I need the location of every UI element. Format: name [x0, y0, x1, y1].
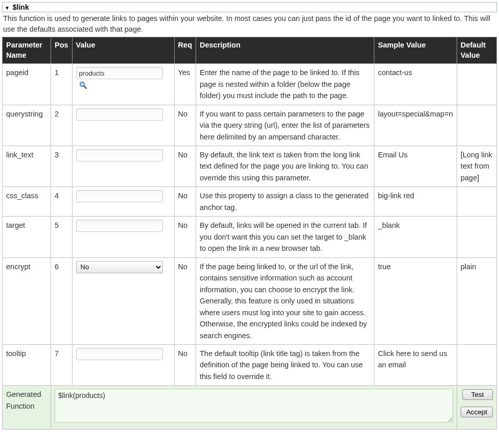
param-req: No [174, 257, 196, 344]
param-default [457, 105, 496, 146]
param-sample: big-link red [374, 187, 457, 217]
param-description: If you want to pass certain parameters t… [196, 105, 374, 146]
param-req: No [174, 345, 196, 386]
param-description: Use this property to assign a class to t… [196, 187, 374, 217]
param-value-input[interactable] [76, 348, 163, 360]
param-pos: 1 [51, 64, 73, 105]
col-value: Value [72, 37, 174, 64]
param-sample: _blank [374, 217, 457, 257]
collapse-triangle-icon[interactable]: ▼ [5, 5, 10, 11]
param-name: tooltip [3, 345, 51, 386]
param-description: By default, the link text is taken from … [196, 146, 374, 186]
param-description: By default, links will be opened in the … [196, 217, 374, 257]
table-row: tooltip7NoThe default tooltip (link titl… [3, 345, 497, 386]
param-req: No [174, 217, 196, 257]
table-row: querystring2NoIf you want to pass certai… [3, 105, 497, 146]
param-value-cell [72, 345, 174, 386]
accept-button[interactable]: Accept [461, 407, 493, 417]
param-req: No [174, 187, 196, 217]
param-value-input[interactable] [76, 149, 163, 161]
param-description: The default tooltip (link title tag) is … [196, 345, 374, 386]
svg-line-1 [84, 86, 86, 88]
param-pos: 5 [51, 217, 73, 257]
param-default [457, 187, 496, 217]
param-description: If the page being linked to, or the url … [196, 257, 374, 344]
col-req: Req [174, 37, 196, 64]
magnifier-icon[interactable] [79, 81, 87, 89]
param-default [457, 345, 496, 386]
param-default [457, 217, 496, 257]
col-description: Description [196, 37, 374, 64]
param-default: [Long link text from page] [457, 146, 496, 186]
param-name: target [3, 217, 51, 257]
parameters-table: Parameter Name Pos Value Req Description… [2, 37, 497, 430]
param-name: css_class [3, 187, 51, 217]
param-sample: true [374, 257, 457, 344]
param-sample: Click here to send us an email [374, 345, 457, 386]
col-parameter-name: Parameter Name [3, 37, 51, 64]
col-pos: Pos [51, 37, 73, 64]
param-value-cell: No [72, 257, 174, 344]
param-req: No [174, 105, 196, 146]
param-sample: layout=special&map=n [374, 105, 457, 146]
generated-function-label: Generated Function [3, 386, 51, 429]
param-value-select[interactable]: No [76, 261, 163, 273]
param-value-input[interactable] [76, 67, 163, 79]
panel-title: $link [13, 3, 29, 11]
table-row: pageid1YesEnter the name of the page to … [3, 64, 497, 105]
param-value-input[interactable] [76, 220, 163, 232]
param-pos: 6 [51, 257, 73, 344]
param-value-cell [72, 105, 174, 146]
param-default [457, 64, 496, 105]
param-value-input[interactable] [76, 190, 163, 202]
table-row: link_text3NoBy default, the link text is… [3, 146, 497, 186]
param-name: encrypt [3, 257, 51, 344]
param-value-cell [72, 187, 174, 217]
param-req: No [174, 146, 196, 186]
param-value-cell [72, 146, 174, 186]
table-row: target5NoBy default, links will be opene… [3, 217, 497, 257]
param-pos: 7 [51, 345, 73, 386]
table-row: css_class4NoUse this property to assign … [3, 187, 497, 217]
param-sample: contact-us [374, 64, 457, 105]
param-value-cell [72, 64, 174, 105]
param-description: Enter the name of the page to be linked … [196, 64, 374, 105]
param-value-cell [72, 217, 174, 257]
col-sample-value: Sample Value [374, 37, 457, 64]
param-value-input[interactable] [76, 108, 163, 121]
intro-text: This function is used to generate links … [2, 13, 497, 37]
param-sample: Email Us [374, 146, 457, 186]
table-row: encrypt6NoNoIf the page being linked to,… [3, 257, 497, 344]
generated-function-output[interactable] [55, 389, 453, 422]
param-pos: 2 [51, 105, 73, 146]
param-default: plain [457, 257, 496, 344]
param-pos: 4 [51, 187, 73, 217]
param-req: Yes [174, 64, 196, 105]
test-button[interactable]: Test [462, 389, 493, 400]
param-name: link_text [3, 146, 51, 186]
param-pos: 3 [51, 146, 73, 186]
col-default-value: Default Value [457, 37, 496, 64]
param-name: querystring [3, 105, 51, 146]
param-name: pageid [3, 64, 51, 105]
panel-title-bar[interactable]: ▼ $link [2, 2, 497, 12]
